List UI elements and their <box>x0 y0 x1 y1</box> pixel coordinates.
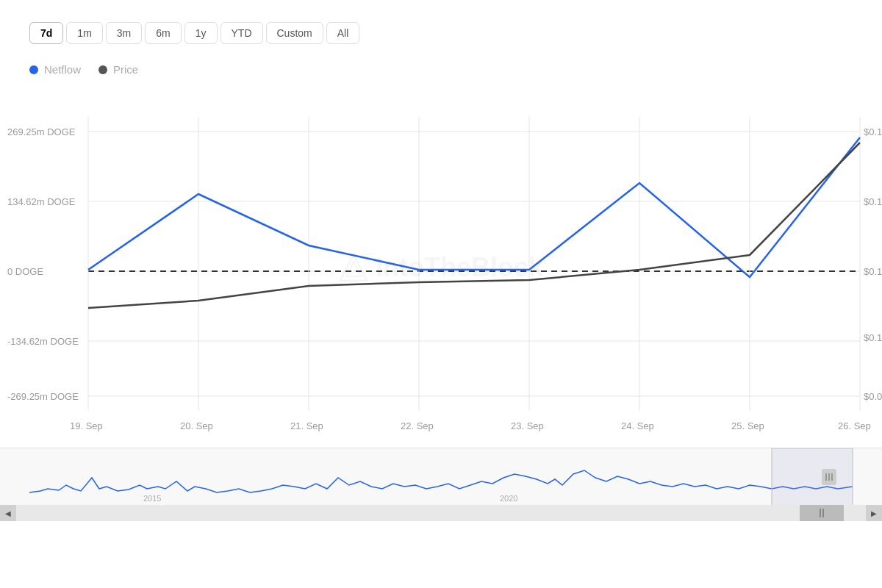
main-chart-svg: 269.25m DOGE 134.62m DOGE 0 DOGE -134.62… <box>0 87 882 448</box>
legend: Netflow Price <box>0 51 882 87</box>
time-btn-7d[interactable]: 7d <box>29 22 63 44</box>
scroll-right-button[interactable]: ▶ <box>866 505 882 521</box>
svg-text:269.25m DOGE: 269.25m DOGE <box>7 126 76 137</box>
svg-text:$0.115000: $0.115000 <box>864 126 882 137</box>
svg-text:$0.095000: $0.095000 <box>864 391 882 402</box>
scroll-thumb-handle <box>820 509 824 517</box>
svg-text:2015: 2015 <box>143 494 161 503</box>
svg-text:20. Sep: 20. Sep <box>180 420 213 431</box>
time-btn-all[interactable]: All <box>326 22 360 44</box>
scroll-thumb[interactable] <box>800 505 844 521</box>
svg-text:26. Sep: 26. Sep <box>838 420 871 431</box>
svg-text:-134.62m DOGE: -134.62m DOGE <box>7 336 79 347</box>
scrollbar: ◀ ▶ <box>0 505 882 521</box>
svg-text:0 DOGE: 0 DOGE <box>7 266 43 277</box>
svg-text:21. Sep: 21. Sep <box>290 420 323 431</box>
time-btn-1m[interactable]: 1m <box>66 22 102 44</box>
time-btn-custom[interactable]: Custom <box>266 22 323 44</box>
svg-rect-37 <box>772 448 853 506</box>
svg-text:134.62m DOGE: 134.62m DOGE <box>7 196 76 207</box>
svg-text:24. Sep: 24. Sep <box>621 420 654 431</box>
svg-text:23. Sep: 23. Sep <box>511 420 544 431</box>
svg-text:$0.105000: $0.105000 <box>864 266 882 277</box>
svg-text:19. Sep: 19. Sep <box>70 420 103 431</box>
scroll-left-button[interactable]: ◀ <box>0 505 16 521</box>
price-dot <box>98 65 107 74</box>
time-btn-3m[interactable]: 3m <box>106 22 142 44</box>
time-range-bar: 7d1m3m6m1yYTDCustomAll <box>0 15 882 51</box>
svg-text:25. Sep: 25. Sep <box>731 420 764 431</box>
legend-netflow: Netflow <box>29 63 81 76</box>
svg-text:2020: 2020 <box>500 494 517 503</box>
legend-price: Price <box>98 63 138 76</box>
scroll-track <box>16 505 866 521</box>
netflow-dot <box>29 65 38 74</box>
time-btn-1y[interactable]: 1y <box>184 22 218 44</box>
price-line <box>88 143 860 308</box>
navigator-area: 2015 2020 ◀ ▶ <box>0 448 882 521</box>
main-container: 7d1m3m6m1yYTDCustomAll Netflow Price Int… <box>0 0 882 588</box>
svg-rect-34 <box>0 448 882 506</box>
svg-text:$0.110000: $0.110000 <box>864 196 882 207</box>
svg-text:$0.100000: $0.100000 <box>864 332 882 343</box>
legend-price-label: Price <box>113 63 138 76</box>
time-btn-6m[interactable]: 6m <box>145 22 181 44</box>
svg-text:-269.25m DOGE: -269.25m DOGE <box>7 391 79 402</box>
navigator-svg: 2015 2020 <box>0 448 882 506</box>
main-chart-area: IntoTheBlock 269.25m DOGE 134.62m DOGE 0… <box>0 87 882 448</box>
legend-netflow-label: Netflow <box>44 63 81 76</box>
svg-text:22. Sep: 22. Sep <box>401 420 434 431</box>
time-btn-ytd[interactable]: YTD <box>220 22 263 44</box>
